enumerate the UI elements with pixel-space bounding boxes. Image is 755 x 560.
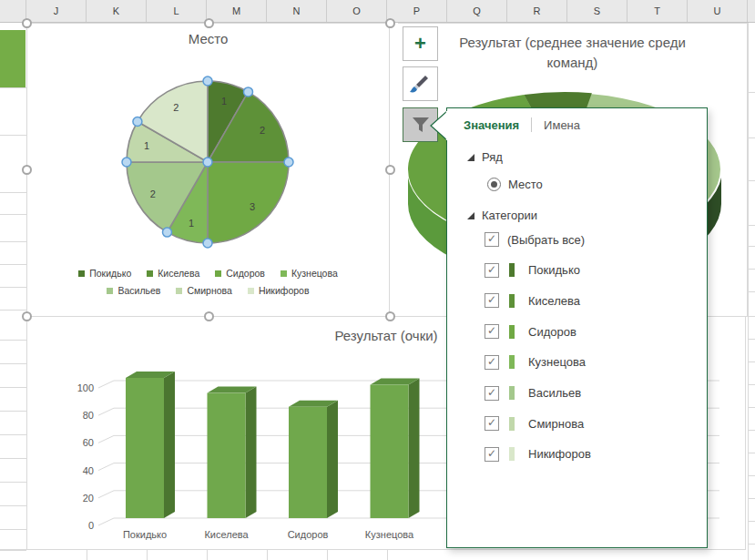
- bar[interactable]: [126, 378, 164, 518]
- pie-plot[interactable]: 1231212: [27, 24, 389, 259]
- category-checkbox-row[interactable]: ✓Киселева: [485, 293, 580, 308]
- legend-label: Сидоров: [226, 268, 265, 279]
- legend-item[interactable]: Киселева: [147, 268, 199, 279]
- legend-swatch: [176, 288, 182, 294]
- legend-swatch: [248, 288, 254, 294]
- bar-side: [327, 401, 338, 518]
- pie-selection-handle[interactable]: [284, 158, 293, 167]
- category-checkbox-row[interactable]: ✓Васильев: [485, 386, 581, 401]
- x-axis-category-label: Покидько: [123, 529, 167, 540]
- gridline: [748, 291, 755, 292]
- bar[interactable]: [289, 407, 327, 518]
- column-header[interactable]: N: [267, 0, 327, 22]
- add-chart-element-button[interactable]: +: [403, 26, 438, 61]
- column-header[interactable]: T: [627, 0, 688, 22]
- checkbox-checked-icon[interactable]: ✓: [485, 293, 499, 308]
- resize-handle[interactable]: [22, 311, 32, 321]
- x-axis-category-label: Сидоров: [288, 529, 329, 540]
- checkbox-checked-icon[interactable]: ✓: [485, 232, 499, 247]
- legend-item[interactable]: Кузнецова: [281, 268, 338, 279]
- resize-handle[interactable]: [204, 311, 214, 321]
- checkbox-checked-icon[interactable]: ✓: [485, 386, 499, 401]
- category-checkbox-row[interactable]: ✓Смирнова: [485, 416, 584, 431]
- bar[interactable]: [371, 385, 409, 518]
- gridline: [748, 475, 755, 476]
- gridline: [0, 387, 26, 388]
- column-header[interactable]: S: [567, 0, 627, 22]
- checkbox-checked-icon[interactable]: ✓: [485, 324, 499, 339]
- gridline: [748, 430, 755, 431]
- pie-selection-handle[interactable]: [203, 158, 212, 167]
- radio-selected-icon[interactable]: [487, 178, 501, 191]
- category-checkbox-row[interactable]: ✓Сидоров: [485, 324, 576, 339]
- categories-section-header[interactable]: Категории: [467, 209, 537, 222]
- pie-selection-handle[interactable]: [133, 117, 142, 127]
- legend-item[interactable]: Сидоров: [215, 268, 265, 279]
- resize-handle[interactable]: [385, 165, 395, 175]
- bar-side: [246, 387, 257, 518]
- x-axis-category-label: Киселева: [204, 529, 249, 540]
- pie-selection-handle[interactable]: [122, 158, 131, 167]
- legend-label: Смирнова: [187, 285, 231, 296]
- checkbox-checked-icon[interactable]: ✓: [485, 447, 499, 462]
- y-axis-tick-label: 20: [83, 493, 94, 504]
- gridline: [748, 246, 755, 247]
- legend-label: Киселева: [158, 268, 199, 279]
- legend-item[interactable]: Васильев: [107, 285, 160, 296]
- chart-styles-button[interactable]: [403, 66, 438, 101]
- category-checkbox-row[interactable]: ✓Кузнецова: [485, 355, 586, 370]
- legend-item[interactable]: Смирнова: [176, 285, 231, 296]
- gridline: [748, 384, 755, 385]
- series-radio-row[interactable]: Место: [487, 178, 543, 191]
- column-header[interactable]: J: [26, 0, 87, 22]
- gridline: [748, 453, 755, 453]
- gridline: [0, 340, 26, 341]
- column-header[interactable]: K: [87, 0, 147, 22]
- gridline: [0, 214, 26, 215]
- column-header[interactable]: P: [387, 0, 447, 22]
- panel-callout-notch: [430, 110, 447, 141]
- category-checkbox-row[interactable]: ✓Покидько: [485, 263, 580, 278]
- checkbox-checked-icon[interactable]: ✓: [485, 355, 499, 370]
- column-header[interactable]: L: [147, 0, 207, 22]
- collapse-triangle-icon: [467, 212, 474, 219]
- column-header[interactable]: O: [327, 0, 387, 22]
- resize-handle[interactable]: [385, 311, 395, 321]
- gridline: [0, 310, 26, 311]
- select-all-checkbox-row[interactable]: ✓(Выбрать все): [485, 232, 585, 247]
- series-section-header[interactable]: Ряд: [467, 150, 503, 164]
- legend-label: Никифоров: [259, 285, 310, 296]
- legend-label: Васильев: [117, 285, 160, 296]
- category-checkbox-row[interactable]: ✓Никифоров: [485, 447, 591, 462]
- pie-selection-handle[interactable]: [203, 76, 212, 86]
- checkbox-checked-icon[interactable]: ✓: [485, 416, 499, 431]
- pie-selection-handle[interactable]: [203, 239, 212, 248]
- column-header-stub: [0, 0, 26, 22]
- legend-item[interactable]: Никифоров: [248, 285, 310, 296]
- resize-handle[interactable]: [385, 18, 395, 28]
- resize-handle[interactable]: [22, 165, 32, 175]
- resize-handle[interactable]: [204, 18, 214, 28]
- category-color-swatch: [509, 294, 515, 308]
- bar[interactable]: [208, 393, 246, 518]
- pie-chart-object[interactable]: Место 1231212 ПокидькоКиселеваСидоровКуз…: [26, 23, 390, 317]
- column-header[interactable]: Q: [447, 0, 507, 22]
- pie-selection-handle[interactable]: [163, 228, 172, 237]
- pie-chart-legend: ПокидькоКиселеваСидоровКузнецоваВасильев…: [27, 268, 389, 296]
- column-header[interactable]: U: [688, 0, 748, 22]
- checkbox-checked-icon[interactable]: ✓: [485, 263, 499, 278]
- column-header[interactable]: R: [507, 0, 567, 22]
- resize-handle[interactable]: [22, 18, 32, 28]
- gridline: [0, 458, 26, 459]
- gridline: [748, 339, 755, 340]
- legend-label: Кузнецова: [291, 268, 338, 279]
- gridline: [748, 92, 755, 93]
- pie-selection-handle[interactable]: [244, 87, 253, 97]
- pie-slice[interactable]: [208, 162, 289, 243]
- filtered-header-cell[interactable]: ст: [0, 30, 26, 87]
- column-header[interactable]: M: [207, 0, 267, 22]
- tab-values[interactable]: Значения: [464, 118, 519, 132]
- gridline: [748, 180, 755, 181]
- legend-item[interactable]: Покидько: [78, 268, 131, 279]
- tab-names[interactable]: Имена: [544, 118, 580, 132]
